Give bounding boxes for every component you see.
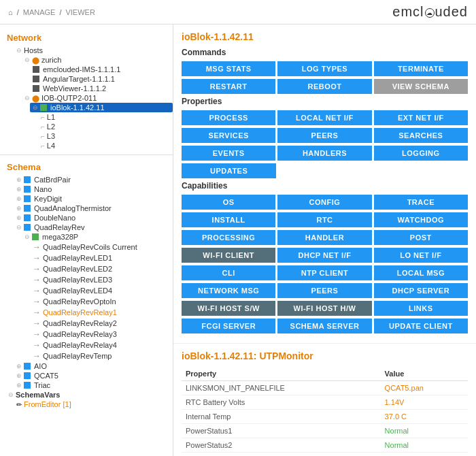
tree-mega328p[interactable]: ⊖ mega328P bbox=[22, 232, 173, 242]
msg-stats-button[interactable]: MSG STATS bbox=[182, 61, 275, 76]
col-property: Property bbox=[182, 367, 381, 381]
dhcp-server-button[interactable]: DHCP SERVER bbox=[374, 283, 468, 298]
tree-relay1[interactable]: → QuadRelayRevRelay1 bbox=[30, 307, 173, 318]
home-icon[interactable]: ⌂ bbox=[8, 8, 13, 16]
local-net-if-button[interactable]: LOCAL NET I/F bbox=[277, 110, 371, 125]
trace-button[interactable]: TRACE bbox=[374, 195, 468, 210]
schema-tree: ⊕ CatBrdPair ⊕ Nano ⊕ KeyDigit ⊕ QuadAna… bbox=[0, 175, 173, 409]
dhcp-net-if-button[interactable]: DHCP NET I/F bbox=[277, 248, 371, 263]
tree-l3[interactable]: ⌐ L3 bbox=[38, 131, 173, 141]
prop-name: Internal Temp bbox=[182, 410, 381, 424]
restart-button[interactable]: RESTART bbox=[182, 79, 275, 94]
pin-icon: ⬤ bbox=[32, 56, 39, 64]
tree-quadanalog[interactable]: ⊕ QuadAnalogThermistor bbox=[14, 203, 173, 213]
main-layout: Network ⊖ Hosts ⊖ ⬤ zurich emclouded-IMS… bbox=[0, 25, 476, 456]
events-button[interactable]: EVENTS bbox=[182, 146, 275, 161]
terminate-button[interactable]: TERMINATE bbox=[374, 61, 468, 76]
handler-button[interactable]: HANDLER bbox=[277, 230, 371, 245]
tree-revtemp[interactable]: → QuadRelayRevTemp bbox=[30, 351, 173, 361]
update-client-button[interactable]: UPDATE CLIENT bbox=[374, 319, 468, 333]
properties-row3: EVENTS HANDLERS LOGGING bbox=[182, 146, 468, 161]
peers-button[interactable]: PEERS bbox=[277, 128, 371, 143]
wifi-host-hw-button[interactable]: WI-FI HOST H/W bbox=[277, 301, 371, 316]
tree-led3[interactable]: → QuadRelayRevLED3 bbox=[30, 274, 173, 285]
box-icon bbox=[24, 372, 31, 379]
tree-l1[interactable]: ⌐ L1 bbox=[38, 112, 173, 122]
box-icon bbox=[24, 186, 31, 193]
network-msg-button[interactable]: NETWORK MSG bbox=[182, 283, 275, 298]
tree-emclouded-ims[interactable]: emclouded-IMS-1.1.1.1 bbox=[30, 65, 173, 74]
table-row: PowerStatus1Normal bbox=[182, 424, 468, 438]
commands-title: Commands bbox=[182, 48, 468, 57]
tree-ioblok-selected[interactable]: ⊖ ioBlok-1.1.42.11 bbox=[30, 103, 173, 112]
ext-net-if-button[interactable]: EXT NET I/F bbox=[374, 110, 468, 125]
tree-angulartarget[interactable]: AngularTarget-1.1.1.1 bbox=[30, 74, 173, 84]
handlers-button[interactable]: HANDLERS bbox=[277, 146, 371, 161]
cli-button[interactable]: CLI bbox=[182, 265, 275, 280]
tree-l4[interactable]: ⌐ L4 bbox=[38, 141, 173, 150]
wifi-client-button[interactable]: WI-FI CLIENT bbox=[182, 248, 275, 263]
watchdog-button[interactable]: WATCHDOG bbox=[374, 212, 468, 227]
log-types-button[interactable]: LOG TYPES bbox=[277, 61, 371, 76]
arrow-icon: → bbox=[33, 297, 41, 306]
crumb-viewer: VIEWER bbox=[65, 8, 95, 16]
tree-keydigit[interactable]: ⊕ KeyDigit bbox=[14, 194, 173, 203]
tree-optoin[interactable]: → QuadRelayRevOptoIn bbox=[30, 296, 173, 307]
process-button[interactable]: PROCESS bbox=[182, 110, 275, 125]
tree-hosts[interactable]: ⊖ Hosts bbox=[14, 46, 173, 55]
peers2-button[interactable]: PEERS bbox=[277, 283, 371, 298]
tree-iob-qutp2[interactable]: ⊖ ⬤ IOB-QUTP2-011 bbox=[22, 93, 173, 103]
tree-catbrdpair[interactable]: ⊕ CatBrdPair bbox=[14, 175, 173, 184]
properties-row1: PROCESS LOCAL NET I/F EXT NET I/F bbox=[182, 110, 468, 125]
box-icon bbox=[33, 76, 39, 82]
config-button[interactable]: CONFIG bbox=[277, 195, 371, 210]
tree-relay2[interactable]: → QuadRelayRevRelay2 bbox=[30, 318, 173, 329]
capabilities-row6: NETWORK MSG PEERS DHCP SERVER bbox=[182, 283, 468, 298]
tree-webviewer[interactable]: WebViewer-1.1.1.2 bbox=[30, 84, 173, 93]
post-button[interactable]: POST bbox=[374, 230, 468, 245]
logging-button[interactable]: LOGGING bbox=[374, 146, 468, 161]
tree-relay3[interactable]: → QuadRelayRevRelay3 bbox=[30, 329, 173, 340]
local-msg-button[interactable]: LOCAL MSG bbox=[374, 265, 468, 280]
arrow-icon: → bbox=[33, 340, 41, 350]
ntp-client-button[interactable]: NTP CLIENT bbox=[277, 265, 371, 280]
capabilities-row7: WI-FI HOST S/W WI-FI HOST H/W LINKS bbox=[182, 301, 468, 316]
tree-coils[interactable]: → QuadRelayRevCoils Current bbox=[30, 242, 173, 253]
os-button[interactable]: OS bbox=[182, 195, 275, 210]
prop-name: RTC Battery Volts bbox=[182, 395, 381, 410]
tree-led1[interactable]: → QuadRelayRevLED1 bbox=[30, 253, 173, 263]
searches-button[interactable]: SEARCHES bbox=[374, 128, 468, 143]
sep1: / bbox=[17, 8, 19, 16]
tree-nano[interactable]: ⊕ Nano bbox=[14, 184, 173, 194]
tree-doublenano[interactable]: ⊕ DoubleNano bbox=[14, 213, 173, 223]
install-button[interactable]: INSTALL bbox=[182, 212, 275, 227]
tree-triac[interactable]: ⊕ Triac bbox=[14, 380, 173, 390]
reboot-button[interactable]: REBOOT bbox=[277, 79, 371, 94]
wifi-host-sw-button[interactable]: WI-FI HOST S/W bbox=[182, 301, 275, 316]
arrow-icon: → bbox=[33, 275, 41, 284]
tree-zurich[interactable]: ⊖ ⬤ zurich bbox=[22, 55, 173, 65]
links-button[interactable]: LINKS bbox=[374, 301, 468, 316]
tree-l2[interactable]: ⌐ L2 bbox=[38, 122, 173, 131]
crumb-manage[interactable]: MANAGE bbox=[23, 8, 56, 16]
view-schema-button[interactable]: VIEW SCHEMA bbox=[374, 79, 468, 94]
tree-fromeditor[interactable]: ✏ FromEditor [1] bbox=[14, 400, 173, 409]
services-button[interactable]: SERVICES bbox=[182, 128, 275, 143]
lo-net-if-button[interactable]: LO NET I/F bbox=[374, 248, 468, 263]
prop-value: Normal bbox=[381, 453, 468, 457]
tree-qcat5[interactable]: ⊕ QCAT5 bbox=[14, 371, 173, 380]
tree-led2[interactable]: → QuadRelayRevLED2 bbox=[30, 263, 173, 274]
schema-server-button[interactable]: SCHEMA SERVER bbox=[277, 319, 371, 333]
rtc-button[interactable]: RTC bbox=[277, 212, 371, 227]
tree-relay4[interactable]: → QuadRelayRevRelay4 bbox=[30, 340, 173, 351]
properties-row2: SERVICES PEERS SEARCHES bbox=[182, 128, 468, 143]
tree-quadrelayrev[interactable]: ⊖ QuadRelayRev bbox=[14, 223, 173, 232]
tree-schemavars[interactable]: ⊖ SchemaVars bbox=[5, 390, 173, 400]
updates-button[interactable]: UPDATES bbox=[182, 163, 276, 178]
connector-icon: ⌐ bbox=[41, 114, 45, 121]
tree-aio[interactable]: ⊕ AIO bbox=[14, 361, 173, 371]
tree-led4[interactable]: → QuadRelayRevLED4 bbox=[30, 285, 173, 296]
processing-button[interactable]: PROCESSING bbox=[182, 230, 275, 245]
prop-value: 1.14V bbox=[381, 395, 468, 410]
fcgi-server-button[interactable]: FCGI SERVER bbox=[182, 319, 275, 333]
